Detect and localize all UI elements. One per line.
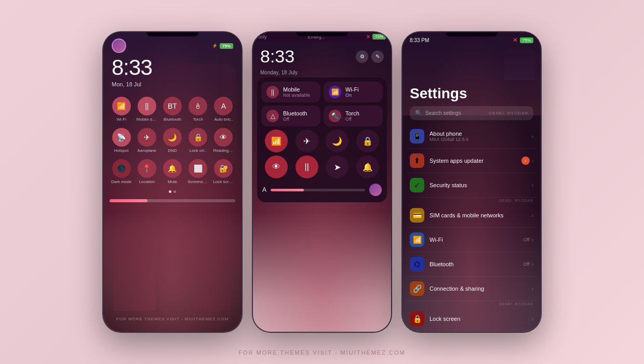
- phone3-content: 8:33 PM ✕ 75% Settings 🔍 Search settings…: [403, 32, 541, 332]
- settings-lockscreen-text: Lock screen: [430, 316, 527, 322]
- phone1-notch: [146, 32, 198, 36]
- settings-sim-text: SIM cards & mobile networks: [430, 212, 527, 218]
- toggle-hotspot-circle[interactable]: 📡: [112, 128, 131, 147]
- phone2-torch-status: Off: [345, 116, 359, 122]
- phone1-time: 8:33: [112, 55, 233, 80]
- toggle-darkmode-circle[interactable]: 🌑: [112, 159, 131, 178]
- settings-bt-icon: ⌬: [410, 257, 424, 271]
- settings-about-icon: 📱: [410, 129, 424, 144]
- toggle-wifi[interactable]: 📶 Wi-Fi: [110, 97, 133, 122]
- toggle-screenshot[interactable]: ⬜ Screenshot: [186, 159, 210, 184]
- toggle-mute[interactable]: 🔔 Mute: [160, 159, 184, 184]
- phone2-mobile-text: Mobile Not available: [283, 86, 310, 98]
- settings-lockscreen-name: Lock screen: [430, 316, 527, 322]
- settings-item-about[interactable]: 📱 About phone MIUI Global 12.5.6 ›: [407, 124, 536, 149]
- toggle-dnd[interactable]: 🌙 DND: [160, 128, 184, 153]
- phone2-time: 8:33: [260, 46, 294, 67]
- phone1-brightness-bar[interactable]: [110, 199, 235, 202]
- settings-item-bluetooth[interactable]: ⌬ Bluetooth Off ›: [407, 252, 536, 277]
- toggle-torch[interactable]: 🕯 Torch: [186, 97, 210, 122]
- phone2-top-controls: ✕ 75%: [366, 34, 386, 40]
- phone2-settings-icon[interactable]: ⚙: [356, 50, 368, 63]
- settings-about-name: About phone: [430, 131, 527, 137]
- phone2-tile-bluetooth[interactable]: △ Bluetooth Off: [261, 106, 320, 126]
- phone2-icon-bell[interactable]: 🔔: [356, 155, 379, 178]
- phone2-tile-mobile[interactable]: || Mobile Not available: [261, 82, 320, 102]
- phone2-tile-torch[interactable]: 🔦 Torch Off: [324, 106, 383, 126]
- toggle-wifi-circle[interactable]: 📶: [112, 97, 131, 115]
- toggle-bt-circle[interactable]: BT: [163, 97, 182, 115]
- toggle-reading[interactable]: 👁 Reading m..: [212, 128, 235, 153]
- phone2-icon-eye[interactable]: 👁: [265, 155, 288, 178]
- toggle-brightness[interactable]: A Auto bric..: [212, 97, 235, 122]
- toggle-darkmode-label: Dark mode: [111, 179, 131, 184]
- phone2-tile-wifi[interactable]: 📶 Wi-Fi On: [324, 82, 383, 102]
- phone2-battery: 75%: [372, 34, 386, 40]
- toggle-lockscreen[interactable]: 🔐 Lock screen: [212, 159, 235, 184]
- phone2-icon-wifi[interactable]: 📶: [265, 129, 288, 152]
- phone3-close-x[interactable]: ✕: [513, 36, 518, 44]
- phone2-tile-row2: △ Bluetooth Off 🔦 Torch Off: [261, 106, 383, 126]
- settings-wifi-name: Wi-Fi: [430, 237, 518, 243]
- toggle-reading-label: Reading m..: [213, 148, 234, 153]
- toggle-screenshot-circle[interactable]: ⬜: [189, 159, 207, 178]
- phone3-search-bar[interactable]: 🔍 Search settings GENEI RYODAN: [410, 106, 533, 120]
- toggle-mobile[interactable]: || Mobile data: [135, 97, 158, 122]
- settings-sim-icon: 💳: [410, 208, 424, 223]
- toggle-lockscreen-label: Lock screen: [213, 179, 234, 184]
- phone2-mobile-status: Not available: [283, 93, 310, 98]
- phone1-avatar[interactable]: [112, 38, 126, 53]
- phone2-tile-row1: || Mobile Not available 📶 Wi-Fi On: [261, 82, 383, 102]
- toggle-torch-circle[interactable]: 🕯: [189, 97, 207, 115]
- settings-item-lockscreen[interactable]: 🔒 Lock screen ›: [407, 307, 536, 331]
- settings-item-sysapps[interactable]: ⬆ System apps updater ! ›: [407, 149, 536, 173]
- phone2-icon-lock[interactable]: 🔒: [356, 129, 379, 152]
- toggle-bluetooth[interactable]: BT Bluetooth: [160, 97, 184, 122]
- phone2-icon-moon[interactable]: 🌙: [326, 129, 348, 152]
- settings-item-sim[interactable]: 💳 SIM cards & mobile networks ›: [407, 203, 536, 228]
- phone3-search-input[interactable]: Search settings: [425, 110, 486, 116]
- toggle-lockscreen-circle[interactable]: 🔐: [214, 159, 233, 178]
- phone2-wifi-text: Wi-Fi On: [345, 86, 359, 98]
- toggle-brightness-circle[interactable]: A: [214, 97, 233, 115]
- settings-bt-value: Off: [524, 262, 530, 267]
- toggle-brightness-label: Auto bric..: [214, 117, 233, 122]
- settings-wifi-icon: 📶: [410, 232, 424, 247]
- phone2-icon-data[interactable]: ||: [296, 155, 318, 178]
- toggle-location-circle[interactable]: 📍: [138, 159, 156, 178]
- phone3-search-icon: 🔍: [415, 110, 422, 116]
- toggle-mobile-circle[interactable]: ||: [138, 97, 156, 115]
- page-watermark: FOR MORE THEMES VISIT - MIUITHEMEZ.COM: [0, 349, 644, 356]
- toggle-hotspot[interactable]: 📡 Hotspot: [110, 128, 133, 153]
- toggle-reading-circle[interactable]: 👁: [214, 128, 233, 147]
- phone2-icon-airplane[interactable]: ✈: [296, 129, 318, 152]
- toggle-lockori[interactable]: 🔒 Lock ori..: [186, 128, 210, 153]
- toggle-darkmode[interactable]: 🌑 Dark mode: [110, 159, 133, 184]
- phone3-settings-title: Settings: [403, 85, 541, 106]
- phone1-toggles-row2: 📡 Hotspot ✈ Aeroplane 🌙 DND 🔒 Lock ori..…: [103, 124, 242, 157]
- toggle-lockori-circle[interactable]: 🔒: [189, 128, 207, 147]
- settings-sysapps-name: System apps updater: [430, 158, 516, 164]
- toggle-airplane[interactable]: ✈ Aeroplane: [135, 128, 158, 153]
- phone2-user-avatar[interactable]: [369, 184, 382, 196]
- settings-wifi-chevron: ›: [532, 237, 533, 243]
- phone2-brightness-track[interactable]: [271, 189, 365, 191]
- settings-about-text: About phone MIUI Global 12.5.6: [430, 131, 527, 142]
- settings-item-wifi[interactable]: 📶 Wi-Fi Off ›: [407, 228, 536, 252]
- phone3-battery: 75%: [520, 37, 533, 43]
- phone1-brightness-fill: [110, 199, 147, 202]
- phone1-content: ⚡ 75% 8:33 Mon, 18 Jul 📶 Wi-Fi || Mobile…: [103, 32, 242, 332]
- toggle-airplane-circle[interactable]: ✈: [138, 128, 156, 147]
- toggle-dnd-circle[interactable]: 🌙: [163, 128, 182, 147]
- phone2-icon-location[interactable]: ➤: [326, 155, 348, 178]
- settings-sysapps-text: System apps updater: [430, 158, 516, 164]
- settings-item-connection[interactable]: 🔗 Connection & sharing ›: [407, 277, 536, 301]
- phone2-edit-icon[interactable]: ✎: [371, 50, 384, 63]
- settings-wifi-value: Off: [524, 237, 530, 242]
- phone2-close-x[interactable]: ✕: [366, 34, 370, 40]
- phone2-action-icons: ⚙ ✎: [356, 50, 384, 63]
- toggle-location[interactable]: 📍 Location: [135, 159, 158, 184]
- settings-item-security[interactable]: ✓ Security status ›: [407, 173, 536, 198]
- toggle-airplane-label: Aeroplane: [138, 148, 156, 153]
- toggle-mute-circle[interactable]: 🔔: [163, 159, 182, 178]
